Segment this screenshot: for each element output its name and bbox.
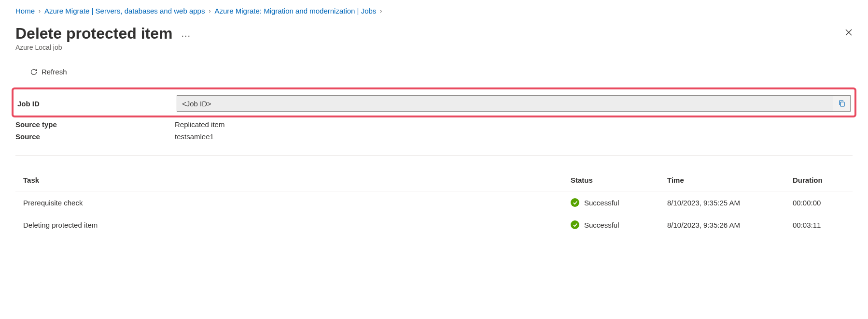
more-actions-button[interactable]: ··· bbox=[181, 30, 191, 41]
breadcrumb: Home › Azure Migrate | Servers, database… bbox=[15, 0, 853, 20]
task-time: 8/10/2023, 9:35:25 AM bbox=[659, 191, 785, 214]
column-header-time: Time bbox=[659, 156, 785, 191]
task-duration: 00:00:00 bbox=[785, 191, 853, 214]
chevron-right-icon: › bbox=[380, 8, 382, 14]
column-header-task: Task bbox=[15, 156, 563, 191]
table-row: Deleting protected item Successful 8/10/… bbox=[15, 214, 853, 236]
job-id-label: Job ID bbox=[17, 100, 177, 108]
chevron-right-icon: › bbox=[209, 8, 210, 14]
toolbar: Refresh bbox=[15, 51, 853, 87]
status-cell: Successful bbox=[571, 220, 652, 229]
breadcrumb-item-migrate[interactable]: Azure Migrate | Servers, databases and w… bbox=[44, 7, 205, 15]
breadcrumb-item-home[interactable]: Home bbox=[15, 7, 35, 15]
chevron-right-icon: › bbox=[39, 8, 41, 14]
page-title: Delete protected item bbox=[15, 25, 172, 43]
refresh-label: Refresh bbox=[42, 68, 67, 76]
copy-button[interactable] bbox=[833, 96, 850, 111]
page-subtitle: Azure Local job bbox=[15, 44, 853, 51]
breadcrumb-item-jobs[interactable]: Azure Migrate: Migration and modernizati… bbox=[214, 7, 376, 15]
success-icon bbox=[571, 220, 579, 229]
job-id-field bbox=[177, 95, 851, 112]
status-cell: Successful bbox=[571, 198, 652, 207]
column-header-status: Status bbox=[563, 156, 659, 191]
tasks-table: Task Status Time Duration Prerequisite c… bbox=[15, 156, 853, 236]
copy-icon bbox=[838, 100, 846, 107]
job-id-highlight: Job ID bbox=[12, 87, 856, 117]
success-icon bbox=[571, 198, 579, 207]
refresh-button[interactable]: Refresh bbox=[30, 68, 67, 76]
task-name: Prerequisite check bbox=[15, 191, 563, 214]
close-icon bbox=[845, 29, 853, 36]
source-label: Source bbox=[15, 132, 175, 141]
status-text: Successful bbox=[584, 221, 619, 229]
source-type-value: Replicated item bbox=[175, 120, 224, 129]
job-id-input[interactable] bbox=[177, 96, 833, 111]
refresh-icon bbox=[30, 68, 38, 76]
task-name: Deleting protected item bbox=[15, 214, 563, 236]
task-time: 8/10/2023, 9:35:26 AM bbox=[659, 214, 785, 236]
source-value: testsamlee1 bbox=[175, 132, 214, 141]
source-type-label: Source type bbox=[15, 120, 175, 129]
svg-rect-2 bbox=[840, 102, 844, 106]
status-text: Successful bbox=[584, 199, 619, 207]
close-button[interactable] bbox=[841, 25, 856, 43]
column-header-duration: Duration bbox=[785, 156, 853, 191]
task-duration: 00:03:11 bbox=[785, 214, 853, 236]
table-row: Prerequisite check Successful 8/10/2023,… bbox=[15, 191, 853, 214]
